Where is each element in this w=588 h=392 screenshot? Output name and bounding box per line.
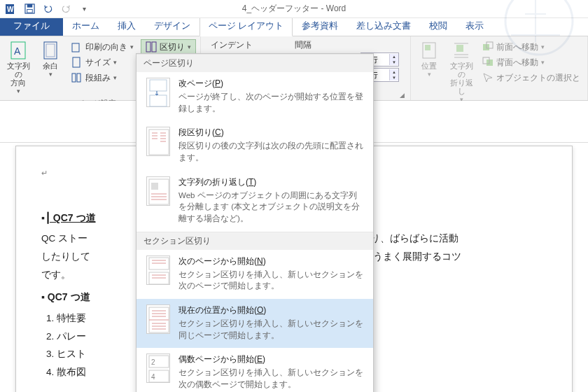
send-backward-label: 背面へ移動 <box>496 57 538 69</box>
svg-text:2: 2 <box>151 358 155 366</box>
margins-button[interactable]: 余白 <box>36 39 64 80</box>
tab-file[interactable]: ファイル <box>0 16 63 36</box>
svg-rect-18 <box>456 45 463 52</box>
document-area: ↵ ▪ QC7 つ道 QC ストー し合ったり、ばらばらに活動 したりして ーリ… <box>0 101 588 392</box>
section-even-page-title: 偶数ページから開始(E) <box>178 354 363 365</box>
tab-home[interactable]: ホーム <box>63 17 108 36</box>
break-column-item[interactable]: 段区切り(C) 段区切りの後の文字列は次の段の先頭に配置されます。 <box>136 121 373 170</box>
section-continuous-desc: セクション区切りを挿入し、新しいセクションを同じページで開始します。 <box>178 318 363 341</box>
section-next-page-item[interactable]: 次のページから開始(N) セクション区切りを挿入し、新しいセクションを次のページ… <box>136 250 373 299</box>
svg-rect-24 <box>150 95 167 106</box>
margins-label: 余白 <box>43 62 58 70</box>
text-direction-button[interactable]: A 文字列の 方向 <box>4 39 32 97</box>
svg-rect-13 <box>77 74 80 82</box>
break-page-desc: ページが終了し、次のページが開始する位置を登録します。 <box>178 91 363 114</box>
body-line-1a: QC ストー <box>41 233 88 244</box>
size-button[interactable]: サイズ <box>69 55 136 70</box>
text-direction-label: 文字列の 方向 <box>6 62 31 87</box>
step-up-icon[interactable]: ▲ <box>390 69 398 75</box>
step-down-icon[interactable]: ▼ <box>390 59 398 65</box>
title-bar: W ▾ 4_ヘッダーフッター - Word <box>0 0 588 18</box>
svg-rect-11 <box>73 57 80 67</box>
qat-customize-icon[interactable]: ▾ <box>76 1 92 17</box>
step-up-icon[interactable]: ▲ <box>390 54 398 59</box>
size-label: サイズ <box>85 57 111 69</box>
selection-pane-label: オブジェクトの選択と <box>496 72 580 84</box>
tab-page-layout[interactable]: ページ レイアウト <box>200 17 293 36</box>
section-even-page-desc: セクション区切りを挿入し、新しいセクションを次の偶数ページで開始します。 <box>178 367 363 390</box>
breaks-dropdown: ページ区切り 改ページ(P) ページが終了し、次のページが開始する位置を登録しま… <box>136 53 374 392</box>
section-continuous-item[interactable]: 現在の位置から開始(O) セクション区切りを挿入し、新しいセクションを同じページ… <box>136 299 373 348</box>
break-column-desc: 段区切りの後の文字列は次の段の先頭に配置されます。 <box>178 140 363 163</box>
tab-references[interactable]: 参考資料 <box>293 17 347 36</box>
heading-2: QC7 つ道 <box>48 291 90 302</box>
step-down-icon[interactable]: ▼ <box>390 75 398 80</box>
tab-design[interactable]: デザイン <box>145 17 200 36</box>
save-icon[interactable] <box>21 1 38 17</box>
orientation-button[interactable]: 印刷の向き <box>69 39 136 55</box>
paragraph-launcher-icon[interactable]: ◢ <box>400 92 406 99</box>
orientation-label: 印刷の向き <box>85 41 127 53</box>
section-even-page-icon: 24 <box>146 354 170 383</box>
wrap-label: 文字列の 折り返し <box>449 62 474 95</box>
body-line-2a: したりして <box>41 251 90 262</box>
quick-access-toolbar: W ▾ <box>3 1 92 17</box>
tab-review[interactable]: 校閲 <box>420 17 456 36</box>
indent-heading: インデント <box>211 39 253 51</box>
bullet-icon: ▪ <box>41 291 45 302</box>
break-page-item[interactable]: 改ページ(P) ページが終了し、次のページが開始する位置を登録します。 <box>136 72 373 121</box>
breaks-button[interactable]: 区切り <box>141 39 196 55</box>
columns-button[interactable]: 段組み <box>69 70 136 85</box>
send-backward-button[interactable]: 背面へ移動 <box>479 55 583 70</box>
tab-mailings[interactable]: 差し込み文書 <box>347 17 420 36</box>
svg-rect-27 <box>151 183 158 190</box>
svg-text:W: W <box>7 6 14 13</box>
break-column-title: 段区切り(C) <box>178 127 363 139</box>
window-title: 4_ヘッダーフッター - Word <box>242 3 346 15</box>
svg-text:A: A <box>14 46 21 57</box>
bring-forward-label: 前面へ移動 <box>496 41 538 53</box>
svg-rect-9 <box>46 44 55 57</box>
heading-1: QC7 つ道 <box>48 212 96 223</box>
textwrap-break-icon <box>146 176 170 206</box>
undo-icon[interactable] <box>39 1 56 17</box>
position-label: 位置 <box>421 62 437 70</box>
group-arrange: 位置 文字列の 折り返し 前面へ移動 背面へ移動 オブジェクトの選択と <box>411 36 588 100</box>
bullet-icon: ▪ <box>41 212 45 223</box>
section-next-page-icon <box>146 255 170 285</box>
break-textwrap-title: 文字列の折り返し(T) <box>178 176 363 188</box>
svg-rect-15 <box>152 42 156 52</box>
svg-rect-23 <box>150 80 167 91</box>
dropdown-section-section-breaks: セクション区切り <box>136 232 373 250</box>
svg-rect-4 <box>27 9 32 13</box>
spacing-heading: 間隔 <box>295 39 312 51</box>
section-continuous-icon <box>146 304 170 334</box>
page-break-icon <box>146 78 170 107</box>
dropdown-section-page-breaks: ページ区切り <box>136 54 373 72</box>
section-even-page-item[interactable]: 24 偶数ページから開始(E) セクション区切りを挿入し、新しいセクションを次の… <box>136 348 373 392</box>
svg-rect-3 <box>27 4 32 8</box>
section-next-page-title: 次のページから開始(N) <box>178 255 363 267</box>
tab-insert[interactable]: 挿入 <box>108 17 145 36</box>
svg-rect-17 <box>425 45 430 50</box>
section-next-page-desc: セクション区切りを挿入し、新しいセクションを次のページで開始します。 <box>178 269 363 292</box>
svg-rect-10 <box>72 43 79 52</box>
column-break-icon <box>146 127 170 156</box>
word-app-icon: W <box>3 1 20 17</box>
svg-rect-14 <box>146 42 150 52</box>
break-textwrap-item[interactable]: 文字列の折り返し(T) Web ページのオブジェクトの周囲にある文字列を分離しま… <box>136 171 373 232</box>
redo-icon[interactable] <box>57 1 74 17</box>
selection-pane-button[interactable]: オブジェクトの選択と <box>479 70 583 85</box>
svg-text:4: 4 <box>151 373 155 381</box>
position-button[interactable]: 位置 <box>415 39 443 80</box>
bring-forward-button[interactable]: 前面へ移動 <box>479 39 583 55</box>
columns-label: 段組み <box>85 72 111 84</box>
svg-rect-12 <box>72 74 76 82</box>
breaks-label: 区切り <box>160 41 185 53</box>
break-textwrap-desc: Web ページのオブジェクトの周囲にある文字列を分離します (本文とオブジェクト… <box>178 190 363 225</box>
section-continuous-title: 現在の位置から開始(O) <box>178 304 363 316</box>
wrap-text-button[interactable]: 文字列の 折り返し <box>447 39 475 105</box>
break-page-title: 改ページ(P) <box>178 78 363 90</box>
